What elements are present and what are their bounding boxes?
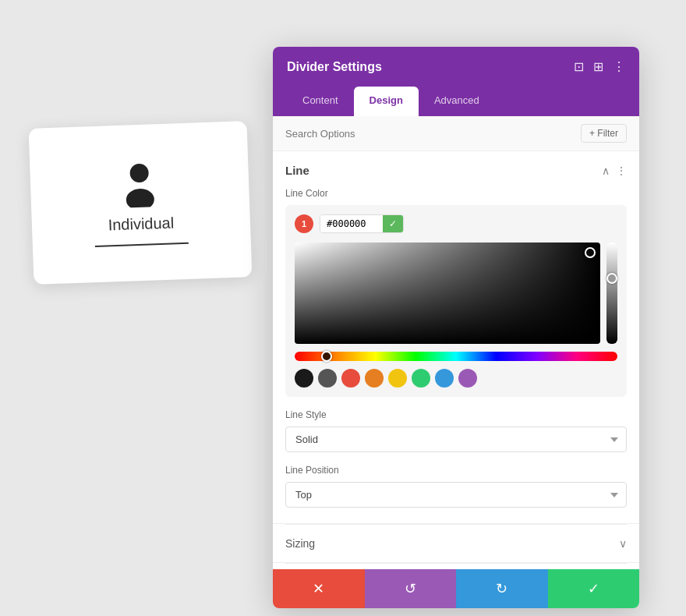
person-icon [119,160,160,208]
save-button[interactable]: ✓ [548,569,640,608]
hex-input[interactable] [320,215,383,232]
panel-footer: ✕ ↺ ↻ ✓ [273,569,639,608]
background-card: Individual [29,121,253,285]
more-icon[interactable]: ⋮ [613,59,625,74]
color-swatches [295,369,617,388]
swatch-red[interactable] [341,369,360,388]
search-bar: + Filter [273,116,639,151]
line-style-label: Line Style [285,409,627,420]
spacing-section-header[interactable]: Spacing ∨ [285,563,627,569]
swatch-purple[interactable] [458,369,477,388]
undo-button[interactable]: ↺ [365,569,457,608]
search-input[interactable] [285,128,581,140]
line-section-title: Line [285,164,309,177]
saturation-area[interactable] [295,243,600,344]
color-picker-container: 1 ✓ [285,205,627,397]
line-style-select[interactable]: Solid Dashed Dotted Double [285,427,627,452]
filter-button[interactable]: + Filter [581,124,627,143]
line-position-group: Line Position Top Center Bottom [285,465,627,508]
brightness-slider[interactable] [606,243,617,344]
swatch-black[interactable] [295,369,313,388]
svg-point-1 [126,188,154,207]
tab-content[interactable]: Content [287,87,354,116]
tab-design[interactable]: Design [354,87,419,116]
line-section-header: Line ∧ ⋮ [285,164,627,177]
panel-header: Divider Settings ⊡ ⊞ ⋮ [273,47,639,87]
hex-confirm-button[interactable]: ✓ [383,215,403,232]
swatch-orange[interactable] [365,369,384,388]
line-section: Line ∧ ⋮ Line Color 1 ✓ [285,164,627,508]
line-position-select[interactable]: Top Center Bottom [285,482,627,508]
color-field-label: Line Color [285,188,627,199]
hue-handle[interactable] [321,351,332,362]
brightness-handle[interactable] [606,273,617,284]
line-position-label: Line Position [285,465,627,476]
swatch-dark[interactable] [318,369,337,388]
swatch-yellow[interactable] [388,369,407,388]
saturation-handle[interactable] [585,247,596,258]
collapse-line-icon[interactable]: ∧ [602,165,610,177]
sizing-chevron-icon: ∨ [619,537,627,550]
line-section-controls: ∧ ⋮ [602,165,627,177]
sizing-section-header[interactable]: Sizing ∨ [285,524,627,562]
line-style-group: Line Style Solid Dashed Dotted Double [285,409,627,452]
swatch-green[interactable] [412,369,430,388]
card-label: Individual [108,214,174,234]
svg-point-0 [129,163,149,182]
responsive-icon[interactable]: ⊡ [574,59,584,74]
sizing-section: Sizing ∨ [273,523,639,562]
tab-advanced[interactable]: Advanced [419,87,495,116]
line-menu-icon[interactable]: ⋮ [616,165,627,177]
hue-slider[interactable] [295,352,617,361]
panel-body: Line ∧ ⋮ Line Color 1 ✓ [273,151,639,569]
panel-title: Divider Settings [287,60,382,74]
settings-panel: Divider Settings ⊡ ⊞ ⋮ Content Design Ad… [273,47,639,608]
swatch-blue[interactable] [435,369,454,388]
cancel-button[interactable]: ✕ [273,569,365,608]
redo-button[interactable]: ↻ [456,569,548,608]
spacing-section: Spacing ∨ [273,562,639,569]
swatch-number[interactable]: 1 [295,214,313,233]
header-icons: ⊡ ⊞ ⋮ [574,59,625,74]
hex-input-wrapper: ✓ [320,214,404,233]
color-gradient-wrapper[interactable] [295,243,617,344]
card-divider [95,242,189,246]
hue-slider-container [295,352,617,361]
hex-row: 1 ✓ [295,214,617,233]
panel-tabs: Content Design Advanced [273,87,639,116]
sizing-title: Sizing [285,537,315,550]
expand-icon[interactable]: ⊞ [593,59,603,74]
